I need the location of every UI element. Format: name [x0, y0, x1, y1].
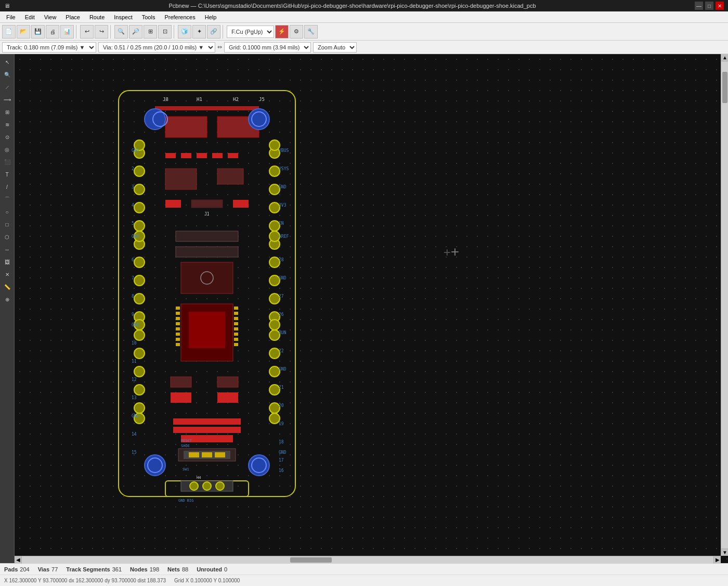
measure-tool[interactable]: 📏 — [2, 281, 13, 292]
menu-tools[interactable]: Tools — [138, 13, 160, 21]
svg-text:8: 8 — [132, 294, 134, 299]
pads-label: Pads — [4, 566, 18, 572]
menu-place[interactable]: Place — [61, 13, 84, 21]
poly-tool[interactable]: ⬡ — [2, 231, 13, 243]
svg-rect-87 — [173, 418, 241, 425]
svg-text:GND: GND — [279, 450, 287, 455]
svg-rect-75 — [217, 169, 243, 184]
svg-text:SHOE: SHOE — [181, 444, 190, 448]
hscroll-thumb[interactable] — [290, 557, 332, 563]
svg-rect-79 — [176, 231, 238, 241]
svg-text:RUN: RUN — [279, 330, 287, 335]
router-settings-button[interactable]: ⚙ — [290, 25, 303, 39]
infobar-arrow: ⇔ — [217, 44, 222, 50]
zoom-fit-button[interactable]: ⊞ — [144, 25, 157, 39]
nodes-stat: Nodes 198 — [130, 566, 159, 572]
svg-text:11: 11 — [132, 359, 137, 364]
track-segments-value: 361 — [112, 566, 122, 572]
circle-tool[interactable]: ○ — [2, 206, 13, 218]
3d-view-button[interactable]: 🧊 — [178, 25, 191, 39]
vscroll[interactable]: ▲ ▼ — [721, 54, 728, 556]
track-select[interactable]: Track: 0.180 mm (7.09 mils) ▼ — [2, 42, 96, 53]
via-tool[interactable]: ◎ — [2, 144, 13, 155]
route-diff-pair-tool[interactable]: ⟿ — [2, 94, 13, 105]
svg-text:GND: GND — [132, 148, 139, 153]
route-track-tool[interactable]: ⟋ — [2, 81, 13, 93]
svg-point-34 — [269, 184, 280, 195]
track-segments-label: Track Segments — [66, 566, 110, 572]
hscroll-right[interactable]: ▶ — [713, 556, 721, 564]
image-tool[interactable]: 🖼 — [2, 256, 13, 267]
copper-zone-tool[interactable]: ⬛ — [2, 156, 13, 168]
menu-inspect[interactable]: Inspect — [110, 13, 136, 21]
text-tool[interactable]: T — [2, 169, 13, 180]
track-segments-stat: Track Segments 361 — [66, 566, 122, 572]
vscroll-thumb[interactable] — [722, 72, 727, 103]
vscroll-down[interactable]: ▼ — [721, 549, 728, 556]
tune-diff-pair-tool[interactable]: ≋ — [2, 119, 13, 130]
inspect-tool[interactable]: 🔍 — [2, 69, 13, 80]
left-toolbar: ↖ 🔍 ⟋ ⟿ ⊞ ≋ ⊙ ◎ ⬛ T / ⌒ ○ □ ⬡ ↔ 🖼 ✕ 📏 ⊕ — [0, 54, 15, 563]
line-tool[interactable]: / — [2, 181, 13, 193]
drc-button[interactable]: ⚡ — [275, 25, 289, 39]
pad-tool[interactable]: ⊙ — [2, 131, 13, 143]
svg-text:22: 22 — [279, 349, 284, 353]
svg-point-23 — [134, 330, 145, 340]
svg-rect-92 — [189, 452, 199, 457]
svg-point-19 — [134, 257, 145, 267]
svg-rect-54 — [176, 312, 180, 315]
open-button[interactable]: 📂 — [17, 25, 30, 39]
menu-route[interactable]: Route — [85, 13, 109, 21]
zoom-select[interactable]: Zoom Auto — [313, 42, 357, 53]
pcb-canvas[interactable]: GND 2 3 4 5 GND 6 7 8 9 GND 10 11 12 13 … — [15, 54, 728, 563]
hscroll[interactable]: ◀ ▶ — [15, 556, 721, 563]
grid-select[interactable]: Grid: 0.1000 mm (3.94 mils) — [224, 42, 311, 53]
nets-value: 88 — [182, 566, 188, 572]
layer-select[interactable]: F.Cu (PgUp) B.Cu Edge.Cuts — [227, 26, 274, 38]
select-tool[interactable]: ↖ — [2, 56, 13, 68]
dimension-tool[interactable]: ↔ — [2, 244, 13, 255]
statusbar: Pads 204 Vias 77 Track Segments 361 Node… — [0, 563, 728, 586]
save-button[interactable]: 💾 — [31, 25, 45, 39]
misc-tool[interactable]: ⊕ — [2, 294, 13, 305]
print-button[interactable]: 🖨 — [46, 25, 59, 39]
svg-point-98 — [216, 482, 224, 490]
svg-rect-83 — [171, 377, 191, 387]
zoom-in-button[interactable]: 🔍 — [114, 25, 128, 39]
menu-edit[interactable]: Edit — [21, 13, 39, 21]
redo-button[interactable]: ↪ — [95, 25, 108, 39]
undo-button[interactable]: ↩ — [80, 25, 94, 39]
svg-rect-66 — [234, 333, 238, 336]
zoom-out-button[interactable]: 🔎 — [129, 25, 142, 39]
minimize-button[interactable]: — — [695, 2, 703, 10]
titlebar-title: Pcbnew — C:\Users\sgmustadio\Documents\G… — [168, 3, 536, 9]
svg-rect-69 — [165, 153, 176, 158]
vscroll-up[interactable]: ▲ — [721, 54, 728, 61]
menu-preferences[interactable]: Preferences — [160, 13, 199, 21]
infobar: Track: 0.180 mm (7.09 mils) ▼ Via: 0.51 … — [0, 41, 728, 54]
zoom-area-button[interactable]: ⊡ — [158, 25, 172, 39]
hscroll-left[interactable]: ◀ — [15, 556, 22, 564]
new-button[interactable]: 📄 — [2, 25, 16, 39]
maximize-button[interactable]: □ — [705, 2, 713, 10]
close-button[interactable]: ✕ — [716, 2, 724, 10]
board-svg: GND 2 3 4 5 GND 6 7 8 9 GND 10 11 12 13 … — [113, 85, 301, 502]
svg-text:20: 20 — [279, 403, 284, 408]
svg-point-43 — [269, 348, 280, 359]
tune-length-tool[interactable]: ⊞ — [2, 106, 13, 118]
via-select[interactable]: Via: 0.51 / 0.25 mm (20.0 / 10.0 mils) ▼ — [98, 42, 215, 53]
rect-tool[interactable]: □ — [2, 219, 13, 230]
highlight-button[interactable]: ✦ — [192, 25, 206, 39]
menu-help[interactable]: Help — [201, 13, 221, 21]
svg-point-46 — [269, 403, 280, 413]
svg-point-48 — [269, 231, 280, 241]
svg-rect-58 — [176, 333, 180, 336]
board-setup-button[interactable]: 🔧 — [304, 25, 318, 39]
menu-file[interactable]: File — [2, 13, 20, 21]
net-inspector-button[interactable]: 🔗 — [207, 25, 220, 39]
delete-tool[interactable]: ✕ — [2, 269, 13, 280]
menu-view[interactable]: View — [40, 13, 61, 21]
svg-point-36 — [269, 221, 280, 231]
plot-button[interactable]: 📊 — [60, 25, 74, 39]
arc-tool[interactable]: ⌒ — [2, 194, 13, 205]
